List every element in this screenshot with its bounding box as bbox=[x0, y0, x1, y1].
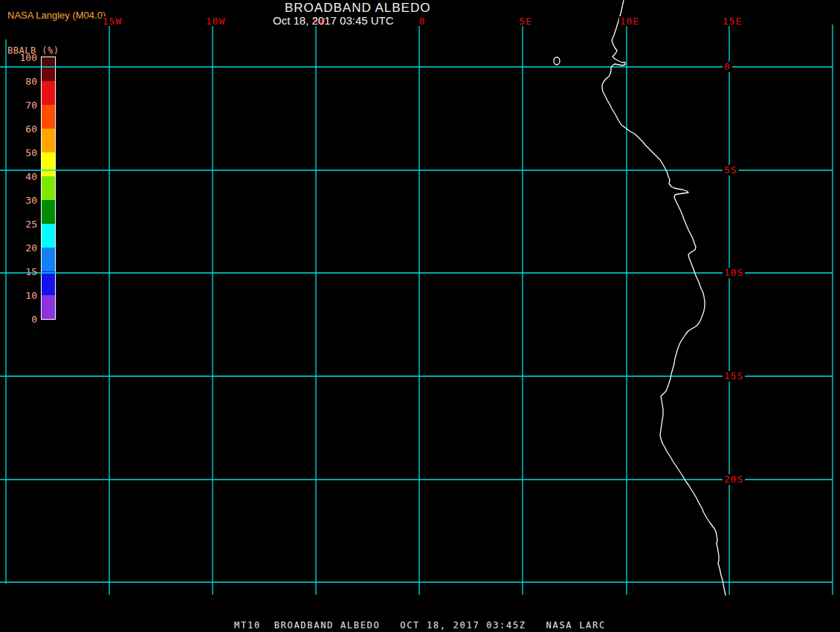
page-title: BROADBAND ALBEDO bbox=[285, 1, 430, 16]
colorbar-tick-80: 80 bbox=[3, 77, 37, 87]
longitude-label-10E: 10E bbox=[619, 16, 640, 26]
longitude-label-10W: 10W bbox=[205, 16, 226, 26]
latitude-label-5S: 5S bbox=[723, 165, 739, 175]
island-outline bbox=[554, 57, 560, 65]
colorbar-tick-50: 50 bbox=[3, 148, 37, 158]
latitude-label-10S: 10S bbox=[723, 268, 745, 278]
colorbar-tick-25: 25 bbox=[3, 219, 37, 230]
agency-label: NASA Langley (M04.0) bbox=[7, 10, 106, 21]
colorbar-tick-40: 40 bbox=[3, 172, 37, 182]
datetime-label: Oct 18, 2017 03:45 UTC bbox=[273, 14, 394, 27]
colorbar-tick-0: 0 bbox=[3, 315, 37, 325]
latitude-label-0: 0 bbox=[723, 62, 732, 72]
footer-caption: MT10 BROADBAND ALBEDO OCT 18, 2017 03:45… bbox=[0, 620, 840, 631]
longitude-label-5E: 5E bbox=[518, 16, 533, 26]
coastline-africa bbox=[602, 0, 726, 596]
colorbar-tick-60: 60 bbox=[3, 124, 37, 135]
longitude-label-15W: 15W bbox=[102, 16, 123, 26]
colorbar-tick-30: 30 bbox=[3, 196, 37, 206]
longitude-label-15E: 15E bbox=[722, 16, 743, 26]
latitude-label-20S: 20S bbox=[723, 474, 745, 485]
map-plot-area bbox=[0, 0, 840, 632]
colorbar-tick-15: 15 bbox=[3, 267, 37, 277]
colorbar-tick-10: 10 bbox=[3, 291, 37, 301]
longitude-label-0: 0 bbox=[419, 16, 427, 26]
albedo-map-canvas: BBALB (%) NASA Langley (M04.0) BROADBAND… bbox=[0, 0, 840, 632]
colorbar-tick-70: 70 bbox=[3, 100, 37, 111]
colorbar-tick-100: 100 bbox=[3, 53, 37, 63]
latitude-label-15S: 15S bbox=[723, 371, 745, 381]
colorbar-tick-20: 20 bbox=[3, 243, 37, 254]
